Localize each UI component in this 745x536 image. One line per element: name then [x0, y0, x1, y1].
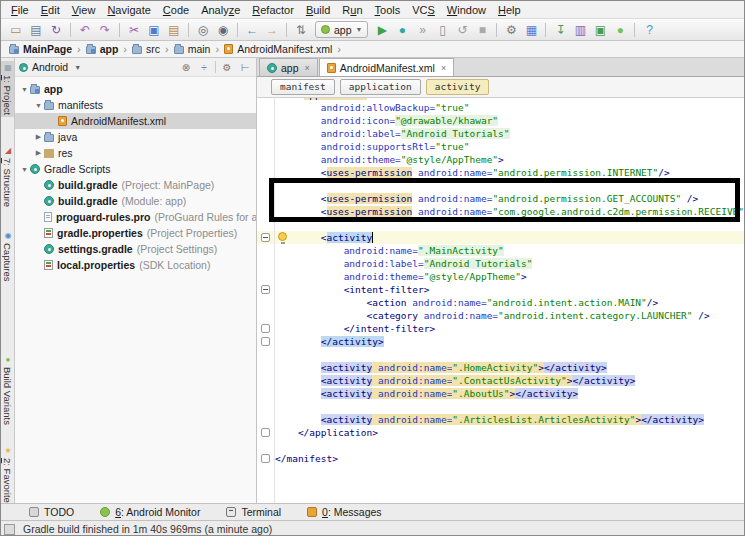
code-line[interactable]: <action android:name="android.intent.act…	[275, 296, 745, 309]
code-line[interactable]: android:theme="@style/AppTheme">	[275, 270, 745, 283]
tree-item-app[interactable]: ▼app	[15, 81, 256, 97]
chevron-down-icon[interactable]: ▼	[74, 64, 81, 71]
attach-debugger-button[interactable]: ▯	[432, 21, 452, 39]
tree-item-build.gradle[interactable]: build.gradle(Project: MainPage)	[15, 177, 256, 193]
code-line[interactable]	[275, 439, 745, 452]
toolwindow-terminal[interactable]: Terminal	[226, 506, 281, 518]
tree-item-res[interactable]: ▶res	[15, 145, 256, 161]
code-line[interactable]: </activity>	[275, 335, 745, 348]
locate-file-icon[interactable]: ⊗	[179, 62, 193, 73]
code-line[interactable]: android:label="Android Tutorials"	[275, 257, 745, 270]
hide-panel-icon[interactable]: ⊢	[238, 62, 252, 73]
code-line[interactable]: <intent-filter>	[275, 283, 745, 296]
xml-breadcrumb-manifest[interactable]: manifest	[271, 79, 335, 95]
fold-end-icon[interactable]	[261, 324, 270, 333]
sdk-manager-button[interactable]: ▣	[590, 21, 610, 39]
code-line[interactable]: android:name=".MainActivity"	[275, 244, 745, 257]
paste-button[interactable]: ▤	[164, 21, 184, 39]
code-line[interactable]: android:supportsRtl="true"	[275, 140, 745, 153]
stripe--project[interactable]: ▦1: Project	[1, 61, 14, 117]
stop-button[interactable]: ■	[472, 21, 492, 39]
replace-button[interactable]: ◉	[213, 21, 233, 39]
project-structure-button[interactable]: ▦	[521, 21, 541, 39]
menu-help[interactable]: Help	[492, 3, 527, 17]
tree-item-gradle-scripts[interactable]: ▼Gradle Scripts	[15, 161, 256, 177]
run-button[interactable]: ▶	[372, 21, 392, 39]
close-icon[interactable]: ×	[305, 63, 310, 73]
code-line[interactable]	[275, 400, 745, 413]
fold-end-icon[interactable]	[261, 454, 270, 463]
menu-window[interactable]: Window	[441, 3, 492, 17]
settings-gear-icon[interactable]: ⚙	[220, 62, 234, 73]
menu-build[interactable]: Build	[300, 3, 336, 17]
code-line[interactable]: android:icon="@drawable/khawar"	[275, 114, 745, 127]
run-configuration-select[interactable]: app▼	[315, 21, 368, 38]
tree-item-androidmanifest.xml[interactable]: AndroidManifest.xml	[15, 113, 256, 129]
code-line[interactable]: <activity android:name=".ArticlesList.Ar…	[275, 413, 745, 426]
stripe--favorites[interactable]: ★2: Favorites	[1, 444, 14, 510]
menu-navigate[interactable]: Navigate	[101, 3, 156, 17]
collapse-all-icon[interactable]: ÷	[197, 62, 211, 73]
menu-view[interactable]: View	[66, 3, 102, 17]
toolwindow-todo[interactable]: TODO	[29, 506, 74, 518]
breadcrumb-item[interactable]: app	[84, 43, 121, 55]
project-view-selector[interactable]: Android	[32, 61, 68, 73]
tree-item-local.properties[interactable]: local.properties(SDK Location)	[15, 257, 256, 273]
code-line[interactable]: </intent-filter>	[275, 322, 745, 335]
fold-end-icon[interactable]	[261, 337, 270, 346]
fold-end-icon[interactable]	[261, 428, 270, 437]
code-line[interactable]: <category android:name="android.intent.c…	[275, 309, 745, 322]
tree-item-gradle.properties[interactable]: gradle.properties(Project Properties)	[15, 225, 256, 241]
synchronize-button[interactable]: ↻	[46, 21, 66, 39]
toolwindow-6-android-monitor[interactable]: 6: Android Monitor	[100, 506, 200, 518]
intention-bulb-icon[interactable]	[278, 232, 287, 241]
code-line[interactable]: <activity	[275, 231, 745, 244]
code-line[interactable]: android:allowBackup="true"	[275, 101, 745, 114]
code-line[interactable]: android:label="Android Tutorials"	[275, 127, 745, 140]
undo-button[interactable]: ↶	[75, 21, 95, 39]
menu-vcs[interactable]: VCS	[406, 3, 441, 17]
debug-button[interactable]: ●	[392, 21, 412, 39]
code-line[interactable]: android:theme="@style/AppTheme">	[275, 153, 745, 166]
toolwindow-0-messages[interactable]: 0: Messages	[307, 506, 382, 518]
tree-item-java[interactable]: ▶java	[15, 129, 256, 145]
menu-code[interactable]: Code	[157, 3, 195, 17]
menu-refactor[interactable]: Refactor	[246, 3, 300, 17]
menu-tools[interactable]: Tools	[369, 3, 407, 17]
avd-manager-button[interactable]: ▥	[570, 21, 590, 39]
tree-item-proguard-rules.pro[interactable]: proguard-rules.pro(ProGuard Rules for ap…	[15, 209, 256, 225]
tool-window-toggle-icon[interactable]	[4, 524, 15, 535]
code-line[interactable]: <activity android:name=".AboutUs"></acti…	[275, 387, 745, 400]
back-button[interactable]: ←	[242, 21, 262, 39]
xml-breadcrumb-activity[interactable]: activity	[426, 79, 490, 95]
code-line[interactable]: </application>	[275, 426, 745, 439]
sort-button[interactable]: ⇅	[291, 21, 311, 39]
sync-gradle-button[interactable]: ⚙	[501, 21, 521, 39]
menu-file[interactable]: File	[5, 3, 35, 17]
sdk-update-button[interactable]: ↧	[550, 21, 570, 39]
code-line[interactable]	[275, 348, 745, 361]
breadcrumb-item[interactable]: src	[130, 43, 162, 55]
stripe-captures[interactable]: ◉Captures	[1, 229, 14, 284]
fold-toggle-icon[interactable]	[261, 285, 270, 294]
code-line[interactable]: <activity android:name=".HomeActivity"><…	[275, 361, 745, 374]
copy-button[interactable]: ▣	[144, 21, 164, 39]
stripe-build-variants[interactable]: ●Build Variants	[1, 353, 14, 427]
editor-code-area[interactable]: <application android:allowBackup="true" …	[257, 98, 745, 503]
tree-item-build.gradle[interactable]: build.gradle(Module: app)	[15, 193, 256, 209]
close-icon[interactable]: ×	[441, 63, 446, 73]
open-file-button[interactable]: ▭	[6, 21, 26, 39]
editor-tab-androidmanifest-xml[interactable]: AndroidManifest.xml×	[319, 58, 454, 76]
code-line[interactable]: <activity android:name=".ContactUsActivi…	[275, 374, 745, 387]
stripe--structure[interactable]: ◢7: Structure	[1, 144, 14, 209]
android-device-monitor-button[interactable]: ●	[610, 21, 630, 39]
redo-button[interactable]: ↷	[95, 21, 115, 39]
menu-run[interactable]: Run	[336, 3, 368, 17]
help-button[interactable]: ?	[639, 21, 659, 39]
restart-button[interactable]: ↺	[452, 21, 472, 39]
cut-button[interactable]: ✂	[124, 21, 144, 39]
menu-edit[interactable]: Edit	[35, 3, 66, 17]
tree-item-manifests[interactable]: ▼manifests	[15, 97, 256, 113]
forward-button[interactable]: →	[262, 21, 282, 39]
breadcrumb-item[interactable]: MainPage	[7, 43, 74, 55]
